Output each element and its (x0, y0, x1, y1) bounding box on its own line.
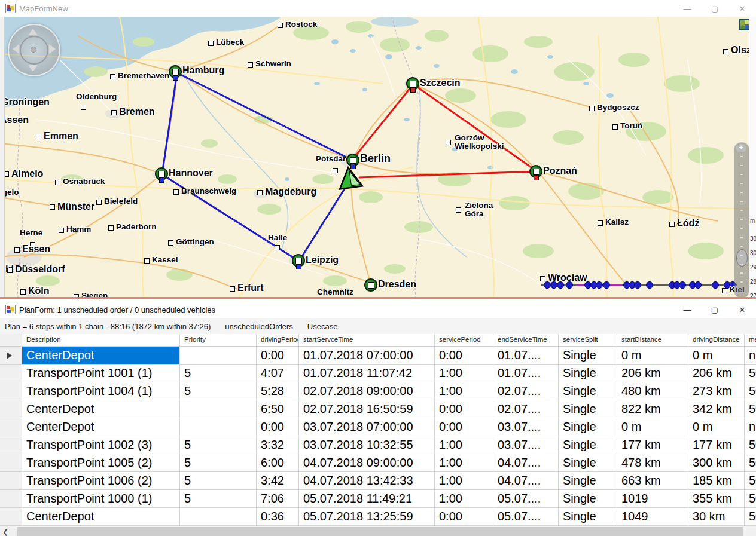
grid-cell[interactable]: 206 km (617, 365, 688, 382)
pan-right-icon[interactable] (49, 44, 56, 54)
grid-cell[interactable]: 04.07.... (493, 454, 559, 472)
grid-cell[interactable]: 4:07 (257, 365, 299, 382)
grid-cell[interactable]: TransportPoint 1004 (1) (22, 382, 180, 400)
grid-cell[interactable]: Single (559, 365, 617, 382)
grid-cell[interactable]: CenterDepot (22, 508, 180, 526)
column-header-priority[interactable]: Priority (180, 334, 257, 347)
horizontal-scrollbar[interactable]: ❮ (0, 526, 756, 536)
grid-cell[interactable] (180, 347, 257, 365)
grid-cell[interactable]: 185 km (688, 472, 745, 490)
grid-cell[interactable]: 480 km (617, 382, 688, 400)
grid-cell[interactable]: TransportPoint 1002 (3) (22, 436, 180, 454)
grid-cell[interactable]: 206 km (688, 365, 745, 382)
row-indicator[interactable] (0, 472, 22, 490)
grid-cell[interactable]: 05.07.2018 13:25:59 (299, 508, 435, 526)
grid-cell[interactable]: 50, (745, 454, 756, 472)
column-header-startdistance[interactable]: startDistance (617, 334, 688, 347)
menu-item-unscheduledorders[interactable]: unscheduledOrders (218, 318, 300, 335)
maximize-icon[interactable]: ▢ (701, 301, 728, 318)
grid-cell[interactable]: n.a (745, 347, 756, 365)
grid-cell[interactable]: 6:50 (257, 400, 299, 418)
grid-cell[interactable]: 03.07.2018 10:32:55 (299, 436, 435, 454)
grid-cell[interactable]: 5 (180, 454, 257, 472)
stop-marker[interactable] (364, 278, 377, 292)
column-header-serviceperiod[interactable]: servicePeriod (435, 334, 493, 347)
grid-cell[interactable]: 04.07.2018 09:00:00 (299, 454, 435, 472)
row-indicator[interactable] (0, 454, 22, 472)
row-indicator[interactable] (0, 436, 22, 454)
column-header-drivingdistance[interactable]: drivingDistance (688, 334, 745, 347)
grid-cell[interactable]: 342 km (688, 400, 745, 418)
grid-cell[interactable]: 50, (745, 490, 756, 508)
grid-cell[interactable]: 5 (180, 436, 257, 454)
grid-cell[interactable]: 30 km (688, 508, 745, 526)
menu-item-usecase[interactable]: Usecase (300, 318, 345, 335)
grid-cell[interactable]: TransportPoint 1000 (1) (22, 490, 180, 508)
grid-cell[interactable]: 1049 (617, 508, 688, 526)
grid-cell[interactable]: Single (559, 347, 617, 365)
grid-cell[interactable]: 478 km (617, 454, 688, 472)
grid-cell[interactable]: 5 (180, 382, 257, 400)
grid-cell[interactable]: 0:00 (435, 508, 493, 526)
row-indicator[interactable] (0, 508, 22, 526)
grid-cell[interactable]: 02.07.2018 09:00:00 (299, 382, 435, 400)
grid-cell[interactable]: 01.07.... (493, 347, 559, 365)
scrollbar-thumb[interactable] (17, 527, 743, 536)
row-indicator[interactable] (0, 490, 22, 508)
grid-cell[interactable]: 1:00 (435, 436, 493, 454)
grid-cell[interactable]: 300 km (688, 454, 745, 472)
grid-cell[interactable] (180, 400, 257, 418)
grid-cell[interactable]: 02.07.2018 16:50:59 (299, 400, 435, 418)
grid-cell[interactable]: 50, (745, 382, 756, 400)
grid-cell[interactable]: Single (559, 454, 617, 472)
grid-cell[interactable]: 5:28 (257, 382, 299, 400)
grid-cell[interactable] (180, 508, 257, 526)
grid-cell[interactable]: 03.07.2018 07:00:00 (299, 418, 435, 436)
grid-cell[interactable]: 1019 (617, 490, 688, 508)
grid-cell[interactable]: 04.07.2018 13:42:33 (299, 472, 435, 490)
grid-cell[interactable]: 1:00 (435, 454, 493, 472)
grid-cell[interactable]: 04.07.... (493, 472, 559, 490)
row-indicator[interactable] (0, 418, 22, 436)
grid-cell[interactable]: 50, (745, 472, 756, 490)
grid-cell[interactable]: 0:00 (257, 347, 299, 365)
grid-cell[interactable]: 05.07.... (493, 508, 559, 526)
grid-cell[interactable]: 02.07.... (493, 400, 559, 418)
map-canvas[interactable]: RostockLübeckSchwerinBremerhavenHamburgO… (0, 17, 756, 297)
grid-cell[interactable]: TransportPoint 1001 (1) (22, 365, 180, 382)
grid-cell[interactable]: Single (559, 508, 617, 526)
grid-cell[interactable]: TransportPoint 1006 (2) (22, 472, 180, 490)
row-indicator[interactable] (0, 382, 22, 400)
grid-cell[interactable]: 273 km (688, 382, 745, 400)
grid-cell[interactable]: Single (559, 382, 617, 400)
maximize-icon[interactable]: ▢ (701, 0, 728, 17)
grid-cell[interactable]: 01.07.2018 07:00:00 (299, 347, 435, 365)
grid-cell[interactable]: 50, (745, 400, 756, 418)
column-header-metric[interactable]: metric (745, 334, 756, 347)
column-header-endservicetime[interactable]: endServiceTime (493, 334, 559, 347)
grid-cell[interactable]: 50, (745, 436, 756, 454)
grid-cell[interactable]: Single (559, 400, 617, 418)
grid-cell[interactable]: CenterDepot (22, 418, 180, 436)
grid-cell[interactable]: 0 m (617, 347, 688, 365)
grid-cell[interactable]: 05.07.2018 11:49:21 (299, 490, 435, 508)
grid-cell[interactable]: CenterDepot (22, 347, 180, 365)
grid-cell[interactable]: 0:00 (435, 400, 493, 418)
grid-cell[interactable]: TransportPoint 1005 (2) (22, 454, 180, 472)
grid-cell[interactable]: 822 km (617, 400, 688, 418)
pan-left-icon[interactable] (13, 44, 19, 54)
grid-cell[interactable]: 50, (745, 365, 756, 382)
grid-cell[interactable]: 7:06 (257, 490, 299, 508)
grid-cell[interactable]: 05.07.... (493, 490, 559, 508)
grid-cell[interactable]: 0 m (688, 418, 745, 436)
grid-cell[interactable]: 177 km (617, 436, 688, 454)
grid-cell[interactable]: 0 m (688, 347, 745, 365)
grid-cell[interactable]: n.a (745, 418, 756, 436)
grid-cell[interactable] (180, 418, 257, 436)
grid-cell[interactable]: 5 (180, 472, 257, 490)
row-indicator[interactable] (0, 347, 22, 365)
grid-cell[interactable]: 3:42 (257, 472, 299, 490)
zoom-in-icon[interactable]: + (736, 144, 746, 152)
minimize-icon[interactable]: — (673, 0, 701, 17)
grid-cell[interactable]: 01.07.2018 11:07:42 (299, 365, 435, 382)
